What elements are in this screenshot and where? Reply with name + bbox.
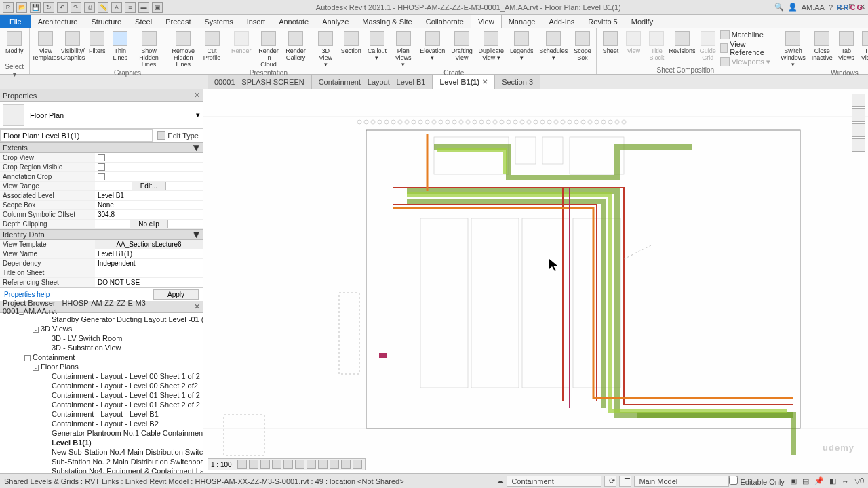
prop-value[interactable] <box>95 163 203 171</box>
app-icon[interactable]: R <box>3 2 14 13</box>
doc-tab[interactable]: Section 3 <box>495 75 540 89</box>
browser-node[interactable]: 3D - Substation View <box>0 343 203 352</box>
design-option-icon[interactable]: ☰ <box>619 476 631 487</box>
ribbon-sheet-button[interactable]: Sheet <box>599 30 621 56</box>
nav-cube-icon[interactable] <box>852 108 865 122</box>
ribbon-close-button[interactable]: Close Inactive <box>810 30 834 62</box>
ribbon-drafting-button[interactable]: Drafting View <box>449 30 475 62</box>
prop-value[interactable]: Level B1 <box>95 191 203 200</box>
prop-value[interactable]: Edit... <box>95 182 203 190</box>
maximize-icon[interactable]: ☐ <box>848 3 855 12</box>
checkbox-icon[interactable] <box>98 173 105 180</box>
ribbon-section-button[interactable]: Section <box>338 30 363 56</box>
menu-tab-steel[interactable]: Steel <box>128 15 159 28</box>
worksharing-icon[interactable] <box>353 460 362 469</box>
select-pinned-icon[interactable]: 📌 <box>814 476 824 485</box>
main-model[interactable]: Main Model <box>634 476 729 487</box>
browser-node[interactable]: Sub-Station No. 2 Main Distribution Swit… <box>0 457 203 466</box>
expand-icon[interactable]: - <box>33 327 39 333</box>
prop-value[interactable]: DO NOT USE <box>95 278 203 287</box>
undo-icon[interactable]: ↶ <box>57 2 68 13</box>
menu-tab-manage[interactable]: Manage <box>502 15 542 28</box>
shadows-icon[interactable] <box>272 460 281 469</box>
menu-tab-collaborate[interactable]: Collaborate <box>419 15 471 28</box>
filter-icon[interactable]: ▽0 <box>854 476 864 485</box>
prop-group-header[interactable]: Extents⯆ <box>0 142 203 153</box>
doc-tab[interactable]: Containment - Layout - Level B1 <box>312 75 433 89</box>
crop-icon[interactable] <box>295 460 304 469</box>
ribbon-cut-button[interactable]: Cut Profile <box>201 30 223 62</box>
ribbon-render-button[interactable]: Render Gallery <box>283 30 308 62</box>
prop-edit-button[interactable]: Edit... <box>132 182 167 190</box>
select-underlay-icon[interactable]: ▤ <box>802 476 809 485</box>
menu-tab-insert[interactable]: Insert <box>240 15 273 28</box>
select-links-icon[interactable]: ▣ <box>790 476 797 485</box>
ribbon-switch-button[interactable]: Switch Windows ▾ <box>777 30 808 69</box>
prop-value[interactable]: None <box>95 201 203 209</box>
ribbon-view-reference-button[interactable]: View Reference <box>720 40 772 56</box>
browser-node[interactable]: 3D - LV Switch Room <box>0 333 203 343</box>
project-browser[interactable]: Standby Generator Ducting Layout Level -… <box>0 313 203 473</box>
browser-node[interactable]: Standby Generator Ducting Layout Level -… <box>0 314 203 324</box>
doc-tab-close-icon[interactable]: ✕ <box>482 78 488 85</box>
menu-tab-view[interactable]: View <box>471 15 502 28</box>
browser-node[interactable]: -Floor Plans <box>0 362 203 371</box>
doc-tab[interactable]: 00001 - SPLASH SCREEN <box>208 75 312 89</box>
properties-help-link[interactable]: Properties help <box>4 291 50 298</box>
prop-group-header[interactable]: Identity Data⯆ <box>0 229 203 240</box>
prop-value[interactable] <box>95 153 203 162</box>
ribbon-revisions-button[interactable]: Revisions <box>669 30 695 56</box>
prop-value[interactable]: AA_SectionsLecture6 <box>95 240 203 249</box>
rendering-icon[interactable] <box>283 460 293 469</box>
ribbon-tab-button[interactable]: Tab Views <box>835 30 857 62</box>
browser-node[interactable]: Containment - Layout - Level B1 <box>0 409 203 419</box>
browser-node[interactable]: Generator Plantroom No.1 Cable Containme… <box>0 428 203 438</box>
ribbon-tile-button[interactable]: Tile Views <box>859 30 868 62</box>
editable-only-check[interactable]: Editable Only <box>729 476 785 486</box>
sync-icon[interactable]: ↻ <box>43 2 54 13</box>
ribbon-render-button[interactable]: Render in Cloud <box>255 30 282 69</box>
text-icon[interactable]: A <box>111 2 122 13</box>
menu-tab-revitto-5[interactable]: Revitto 5 <box>581 15 624 28</box>
lock-3d-icon[interactable] <box>318 460 328 469</box>
search-icon[interactable]: 🔍 <box>774 3 784 12</box>
browser-close-icon[interactable]: ✕ <box>194 302 200 311</box>
reveal-icon[interactable] <box>341 460 351 469</box>
ribbon-scope-button[interactable]: Scope Box <box>572 30 594 62</box>
browser-node[interactable]: Substation No4, Equipment & Containment … <box>0 466 203 473</box>
ribbon-schedules-button[interactable]: Schedules ▾ <box>537 30 570 62</box>
ribbon-remove-button[interactable]: Remove Hidden Lines <box>167 30 200 69</box>
save-icon[interactable]: 💾 <box>30 2 41 13</box>
browser-node[interactable]: Containment - Layout - Level B2 <box>0 419 203 428</box>
sync-status-icon[interactable]: ⟳ <box>604 476 616 487</box>
ribbon-duplicate-button[interactable]: Duplicate View ▾ <box>476 30 506 62</box>
nav-home-icon[interactable] <box>852 94 865 107</box>
help-icon[interactable]: ? <box>829 3 833 12</box>
ribbon-matchline-button[interactable]: Matchline <box>720 30 772 39</box>
type-dropdown-icon[interactable]: ▾ <box>196 110 200 119</box>
user-icon[interactable]: 👤 <box>788 3 797 12</box>
align-icon[interactable]: ≡ <box>125 2 136 13</box>
print-icon[interactable]: ⎙ <box>84 2 95 13</box>
open-icon[interactable]: 📂 <box>16 2 27 13</box>
crop-region-icon[interactable] <box>307 460 316 469</box>
ribbon-show-button[interactable]: Show Hidden Lines <box>132 30 165 69</box>
prop-value[interactable]: No clip <box>95 220 203 228</box>
drag-icon[interactable]: ↔ <box>842 477 849 485</box>
thin-lines-icon[interactable]: ▬ <box>138 2 149 13</box>
type-selector[interactable]: Floor Plan ▾ <box>0 102 203 129</box>
menu-tab-modify[interactable]: Modify <box>625 15 660 28</box>
checkbox-icon[interactable] <box>98 163 105 171</box>
prop-value[interactable] <box>95 268 203 277</box>
browser-node[interactable]: Containment - Layout - Level 00 Sheet 1 … <box>0 371 203 381</box>
ribbon-plan-button[interactable]: Plan Views ▾ <box>390 30 416 69</box>
nav-wheel-icon[interactable] <box>852 123 865 137</box>
prop-value[interactable]: Level B1(1) <box>95 249 203 258</box>
menu-tab-add-ins[interactable]: Add-Ins <box>542 15 581 28</box>
select-face-icon[interactable]: ◧ <box>829 476 836 485</box>
menu-tab-structure[interactable]: Structure <box>84 15 128 28</box>
prop-value[interactable] <box>95 172 203 181</box>
ribbon-callout-button[interactable]: Callout ▾ <box>365 30 389 62</box>
browser-node[interactable]: -3D Views <box>0 324 203 333</box>
ribbon-elevation-button[interactable]: Elevation ▾ <box>418 30 448 62</box>
